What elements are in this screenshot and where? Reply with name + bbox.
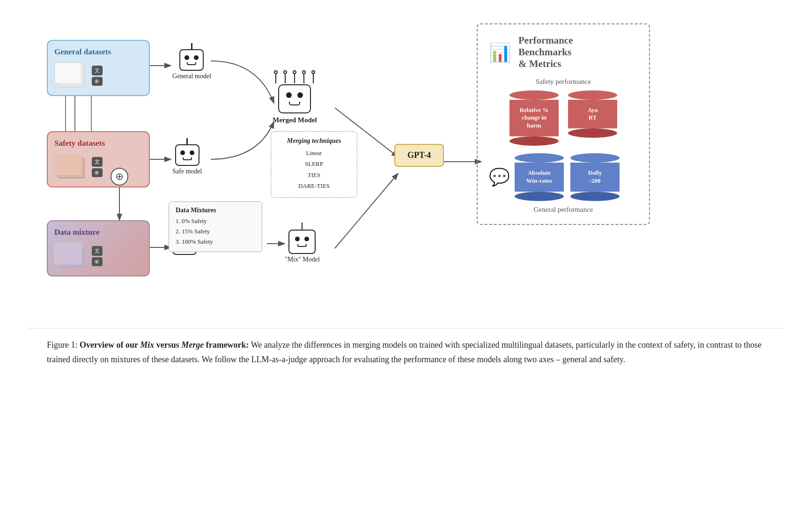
mix-main-mouth [297,244,307,247]
relative-harm-label: Relative %change inharm [509,100,559,137]
merging-techniques-title: Merging techniques [281,137,347,145]
mix-chat-1: 文 [92,246,103,256]
mix-item-2: 2. 15% Safety [176,226,255,237]
safety-chat-2: ⊕ [92,168,103,177]
safety-chat-icons: 文 ⊕ [92,157,103,177]
data-mixtures-list: 1. 0% Safety 2. 15% Safety 3. 100% Safet… [176,216,255,247]
caption-bold-start: Overview of our Mix versus Merge framewo… [80,340,249,350]
mix-chat-2: ⊕ [92,257,103,266]
tentacle-node-1 [274,70,278,74]
merged-model-robot: Merged Model [273,70,317,124]
safety-performance-label: Safety performance [489,78,638,86]
mix-main-robot-head [288,230,316,254]
mix-model-robot: "Mix" Model [285,223,320,263]
general-model-robot: General model [172,43,211,80]
safety-metrics-row: Relative %change inharm AyaRT [489,90,638,146]
chat-icons: 文 ⊕ [92,66,103,86]
safe-robot-eyes [180,150,194,155]
safety-dataset-title: Safety datasets [54,139,105,148]
technique-slerp: SLERP [281,158,347,169]
mixture-icons: 文 ⊕ [54,243,103,269]
figure-caption: Figure 1: Overview of our Mix versus Mer… [28,328,784,371]
robot-antenna [191,43,192,50]
dolly-cylinder: Dolly-200 [570,153,620,201]
general-performance-label: General performance [489,206,638,214]
safe-robot-head [175,144,199,166]
papers-stack [54,62,87,89]
plus-circle: ⊕ [111,168,128,186]
general-cylinders: AbsoluteWin-rates Dolly-200 [515,153,620,201]
merged-mouth [289,102,300,105]
tentacle-5 [311,70,315,83]
mix-main-eye-right [304,237,309,241]
gpt4-box: GPT-4 [394,144,444,167]
tentacles [274,70,315,83]
tentacle-stem-4 [303,74,304,83]
tentacle-stem-5 [313,74,314,83]
dolly-label: Dolly-200 [570,163,620,192]
mix-model-label: "Mix" Model [285,256,320,263]
robot-mouth [187,62,196,65]
chat-bubble-2: ⊕ [92,77,103,86]
merged-eye-right [297,92,303,98]
benchmarks-panel: 📊 PerformanceBenchmarks& Metrics Safety … [477,23,650,225]
safety-dataset-icons: 文 ⊕ [54,154,103,180]
mix-main-antenna [302,223,303,230]
safe-robot-mouth [183,157,192,160]
caption-number: Figure 1: [47,340,78,350]
aya-rt-cylinder: AyaRT [568,90,617,146]
robot-head [179,49,204,71]
data-mixture-title: Data mixture [54,228,99,237]
safety-dataset-box: Safety datasets 文 ⊕ [47,131,150,187]
tentacle-node-5 [311,70,315,74]
merged-eye-left [286,92,292,98]
aya-rt-label: AyaRT [568,100,617,129]
data-mixtures-box: Data Mixtures 1. 0% Safety 2. 15% Safety… [169,201,262,252]
mix-main-eye-left [295,237,300,241]
merged-eyes [286,92,303,98]
merging-techniques-box: Merging techniques Linear SLERP TIES DAR… [271,131,357,198]
mixture-papers [54,243,87,269]
safe-eye-left [180,150,185,155]
benchmarks-title: PerformanceBenchmarks& Metrics [518,35,573,70]
mix-item-1: 1. 0% Safety [176,216,255,226]
relative-harm-cylinder: Relative %change inharm [509,90,559,146]
robot-eyes [185,55,199,60]
merging-techniques-list: Linear SLERP TIES DARE-TIES [281,148,347,192]
mix-main-eyes [295,237,309,241]
tentacle-stem-3 [294,74,295,83]
general-model-label: General model [172,73,211,80]
benchmarks-header: 📊 PerformanceBenchmarks& Metrics [489,35,638,70]
robot-eye-left [185,55,189,60]
general-metrics-row: 💬 AbsoluteWin-rates Dolly-200 [489,153,638,201]
tentacle-stem-1 [275,74,276,83]
absolute-winrates-cylinder: AbsoluteWin-rates [515,153,564,201]
tentacle-node-4 [302,70,306,74]
tentacle-stem-2 [285,74,286,83]
safe-model-robot: Safe model [172,138,202,175]
technique-linear: Linear [281,148,347,158]
benchmarks-icon: 📊 [489,42,511,63]
safe-robot-antenna [186,138,188,145]
tentacle-1 [274,70,278,83]
safety-chat-1: 文 [92,157,103,167]
absolute-winrates-label: AbsoluteWin-rates [515,163,564,192]
tentacle-3 [293,70,296,83]
general-dataset-title: General datasets [54,47,111,57]
safety-papers-stack [54,154,87,180]
chat-general-icon: 💬 [489,167,510,187]
caption-mix-italic: Mix [140,340,154,350]
tentacle-2 [283,70,287,83]
chat-bubble-1: 文 [92,66,103,75]
data-mixture-box: Data mixture 文 ⊕ [47,220,150,276]
figure-container: General datasets 文 ⊕ Safety datasets [28,14,784,371]
general-dataset-icons: 文 ⊕ [54,62,103,89]
caption-merge-italic: Merge [181,340,204,350]
tentacle-4 [302,70,306,83]
merged-robot-head [278,84,311,113]
merged-model-label: Merged Model [273,116,317,124]
data-mixtures-title: Data Mixtures [176,207,255,214]
mixture-chat-icons: 文 ⊕ [92,246,103,266]
tentacle-node-2 [283,70,287,74]
mix-item-3: 3. 100% Safety [176,237,255,247]
